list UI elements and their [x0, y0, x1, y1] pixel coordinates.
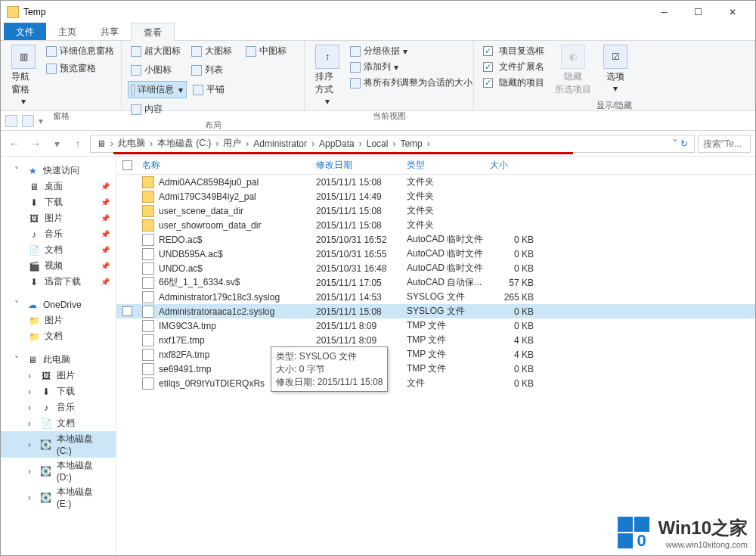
file-row[interactable]: IMG9C3A.tmp 2015/11/1 8:09 TMP 文件 0 KB	[116, 318, 755, 333]
hidden-items-toggle[interactable]: 隐藏的项目	[480, 75, 547, 91]
item-checkboxes-toggle[interactable]: 项目复选框	[480, 43, 547, 59]
sidebar-item[interactable]: 🎬视频📌	[1, 258, 116, 274]
sidebar-this-pc[interactable]: ˅🖥此电脑	[1, 352, 116, 368]
breadcrumb-item[interactable]: AppData	[316, 138, 358, 149]
col-date[interactable]: 修改日期	[311, 159, 402, 172]
col-name[interactable]: 名称	[138, 159, 311, 172]
maximize-button[interactable]: ☐	[681, 1, 715, 23]
sidebar-item[interactable]: 🖼图片📌	[1, 210, 116, 226]
sidebar-item[interactable]: ›♪音乐	[1, 399, 116, 415]
file-name: REDO.ac$	[159, 235, 202, 245]
close-button[interactable]: ✕	[715, 1, 749, 23]
sidebar-drive[interactable]: ›💽本地磁盘 (E:)	[1, 484, 116, 511]
tab-view[interactable]: 查看	[131, 23, 175, 41]
file-row[interactable]: nxf82FA.tmp 2015/11/1 8:02 TMP 文件 4 KB	[116, 347, 755, 362]
preview-pane-button[interactable]: 预览窗格	[43, 61, 117, 76]
breadcrumb-item[interactable]: 用户	[220, 137, 244, 150]
layout-md[interactable]: 中图标	[243, 43, 294, 59]
search-input[interactable]	[698, 135, 751, 153]
tab-file[interactable]: 文件	[4, 23, 46, 40]
file-row[interactable]: Admi0AAC859B4ju0_pal 2015/11/1 15:08 文件夹	[116, 175, 755, 189]
chevron-right-icon[interactable]: ›	[109, 138, 115, 149]
layout-content[interactable]: 内容	[128, 101, 179, 117]
sidebar-item[interactable]: ⬇下载📌	[1, 194, 116, 210]
chevron-right-icon[interactable]: ›	[214, 138, 220, 149]
details-pane-button[interactable]: 详细信息窗格	[43, 43, 117, 59]
refresh-button[interactable]: ↻	[680, 138, 688, 149]
sidebar-item[interactable]: ♪音乐📌	[1, 226, 116, 242]
chevron-right-icon[interactable]: ›	[391, 138, 397, 149]
breadcrumb-item[interactable]: Local	[364, 138, 392, 149]
breadcrumb-item[interactable]: Temp	[397, 138, 425, 149]
file-row[interactable]: Administratoraaca1c2.syslog 2015/11/1 15…	[116, 304, 755, 318]
file-row[interactable]: REDO.ac$ 2015/10/31 16:52 AutoCAD 临时文件 0…	[116, 232, 755, 247]
file-row[interactable]: Admi179C349B4iy2_pal 2015/11/1 14:49 文件夹	[116, 189, 755, 203]
file-row[interactable]: nxf17E.tmp 2015/11/1 8:09 TMP 文件 4 KB	[116, 333, 755, 347]
file-icon	[142, 377, 154, 390]
file-row[interactable]: UNDB595A.ac$ 2015/10/31 16:55 AutoCAD 临时…	[116, 247, 755, 261]
sidebar-item[interactable]: 📁图片	[1, 312, 116, 328]
minimize-button[interactable]: ─	[647, 1, 681, 23]
chevron-right-icon[interactable]: ›	[426, 138, 432, 149]
file-row[interactable]: user_showroom_data_dir 2015/11/1 15:08 文…	[116, 218, 755, 232]
sidebar-item[interactable]: ⬇迅雷下载📌	[1, 274, 116, 290]
tab-share[interactable]: 共享	[88, 23, 131, 40]
up-button[interactable]: ↑	[69, 135, 87, 153]
sidebar-item[interactable]: ›📄文档	[1, 415, 116, 431]
layout-sm[interactable]: 小图标	[128, 62, 185, 78]
layout-xl[interactable]: 超大图标	[128, 43, 185, 59]
sort-button[interactable]: ↕ 排序方式 ▾	[311, 43, 344, 108]
sidebar-drive[interactable]: ›💽本地磁盘 (D:)	[1, 458, 116, 484]
sidebar-quick-access[interactable]: ˅★快速访问	[1, 163, 116, 179]
chevron-down-icon[interactable]: ▾	[39, 116, 43, 126]
pin-icon: 📌	[101, 182, 110, 191]
file-row[interactable]: se69491.tmp 2011/7/8 15:36 TMP 文件 0 KB	[116, 362, 755, 376]
qat-icon[interactable]	[22, 115, 34, 127]
select-all-checkbox[interactable]	[116, 160, 138, 170]
group-by-button[interactable]: 分组依据 ▾	[347, 43, 476, 59]
folder-icon	[142, 176, 154, 188]
file-ext-toggle[interactable]: 文件扩展名	[480, 59, 547, 75]
group-icon	[350, 46, 361, 57]
sidebar-onedrive[interactable]: ˅☁OneDrive	[1, 297, 116, 312]
chevron-down-icon[interactable]: ˅	[673, 138, 677, 149]
file-row[interactable]: 66型_1_1_6334.sv$ 2015/11/1 17:05 AutoCAD…	[116, 275, 755, 290]
layout-tiles[interactable]: 平铺	[190, 81, 247, 98]
recent-button[interactable]: ▾	[48, 135, 66, 153]
breadcrumb[interactable]: 🖥 › 此电脑› 本地磁盘 (C:)› 用户› Administrator› A…	[90, 135, 695, 153]
chevron-right-icon[interactable]: ›	[358, 138, 364, 149]
sidebar-item[interactable]: 📄文档📌	[1, 242, 116, 258]
nav-pane-button[interactable]: ▥ 导航窗格 ▾	[7, 43, 40, 108]
breadcrumb-item[interactable]: 本地磁盘 (C:)	[154, 137, 214, 150]
file-name: Admi179C349B4iy2_pal	[159, 191, 256, 202]
file-row[interactable]: UNDO.ac$ 2015/10/31 16:48 AutoCAD 临时文件 0…	[116, 261, 755, 275]
chevron-right-icon[interactable]: ›	[148, 138, 154, 149]
tab-home[interactable]: 主页	[46, 23, 88, 40]
layout-lg[interactable]: 大图标	[188, 43, 240, 59]
item-icon: 🖼	[28, 213, 40, 225]
layout-details[interactable]: 详细信息▾	[128, 81, 187, 98]
layout-list[interactable]: 列表	[188, 62, 240, 78]
sidebar-item[interactable]: 📁文档	[1, 328, 116, 344]
sidebar-item[interactable]: ›⬇下载	[1, 384, 116, 399]
sidebar-item[interactable]: 🖥桌面📌	[1, 179, 116, 194]
qat-icon[interactable]	[5, 115, 17, 127]
options-button[interactable]: ☑ 选项 ▾	[599, 43, 632, 98]
file-row[interactable]: Administrator179c18c3.syslog 2015/11/1 1…	[116, 290, 755, 304]
row-checkbox[interactable]	[116, 306, 138, 316]
fit-columns-button[interactable]: 将所有列调整为合适的大小	[347, 75, 476, 91]
col-size[interactable]: 大小	[485, 159, 538, 172]
add-columns-button[interactable]: 添加列 ▾	[347, 59, 476, 75]
breadcrumb-item[interactable]: Administrator	[250, 138, 310, 149]
sidebar-item[interactable]: ›🖼图片	[1, 368, 116, 384]
breadcrumb-item[interactable]: 此电脑	[115, 137, 148, 150]
file-row[interactable]: etilqs_0R9tYuTDIERQxRs 2015/11/1 14:54 文…	[116, 376, 755, 390]
forward-button[interactable]: →	[26, 135, 45, 153]
list-icon	[191, 65, 202, 76]
chevron-right-icon[interactable]: ›	[310, 138, 316, 149]
back-button[interactable]: ←	[5, 135, 23, 153]
sidebar-drive[interactable]: ›💽本地磁盘 (C:)	[1, 431, 116, 458]
file-row[interactable]: user_scene_data_dir 2015/11/1 15:08 文件夹	[116, 203, 755, 218]
col-type[interactable]: 类型	[402, 159, 485, 172]
chevron-right-icon[interactable]: ›	[244, 138, 250, 149]
